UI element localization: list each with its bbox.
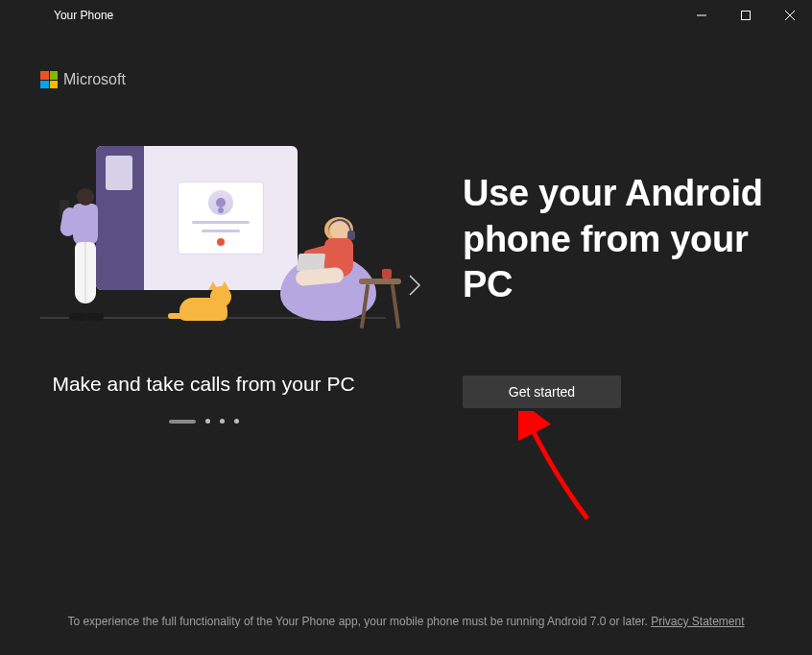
maximize-button[interactable] [724, 0, 768, 31]
maximize-icon [741, 11, 751, 20]
privacy-link[interactable]: Privacy Statement [651, 615, 744, 628]
footer-text: To experience the full functionality of … [67, 615, 651, 628]
svg-rect-1 [742, 12, 751, 20]
get-started-button[interactable]: Get started [463, 376, 621, 408]
microsoft-logo-icon [40, 71, 58, 88]
pager-indicator[interactable] [220, 419, 225, 424]
footer: To experience the full functionality of … [0, 615, 812, 628]
main-row: Make and take calls from your PC Use you… [40, 146, 772, 424]
close-button[interactable] [768, 0, 812, 31]
chevron-right-icon [408, 274, 421, 297]
carousel-panel: Make and take calls from your PC [40, 146, 367, 424]
carousel-illustration [60, 146, 347, 338]
app-window: Your Phone Microsoft [0, 0, 812, 655]
close-icon [785, 11, 795, 20]
carousel-caption: Make and take calls from your PC [52, 373, 354, 396]
carousel-pager [169, 419, 239, 424]
window-title: Your Phone [54, 9, 113, 22]
annotation-arrow-icon [518, 411, 605, 526]
pager-indicator-active[interactable] [169, 420, 196, 424]
pager-indicator[interactable] [234, 419, 239, 424]
minimize-button[interactable] [680, 0, 724, 31]
headline: Use your Android phone from your PC [463, 171, 772, 308]
headline-panel: Use your Android phone from your PC Get … [463, 161, 772, 408]
window-controls [680, 0, 812, 31]
divider [395, 274, 434, 297]
brand: Microsoft [40, 71, 772, 88]
minimize-icon [697, 11, 706, 20]
avatar [208, 190, 233, 215]
brand-name: Microsoft [63, 71, 126, 88]
pager-indicator[interactable] [205, 419, 210, 424]
titlebar: Your Phone [0, 0, 812, 31]
content-area: Microsoft [0, 31, 812, 424]
